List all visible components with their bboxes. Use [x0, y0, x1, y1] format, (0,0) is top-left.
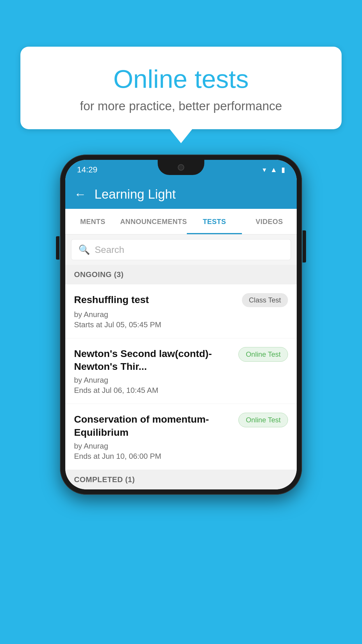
- test-item-header: Newton's Second law(contd)-Newton's Thir…: [74, 347, 288, 373]
- signal-icon: ▲: [270, 166, 277, 174]
- test-time: Ends at Jul 06, 10:45 AM: [74, 386, 288, 395]
- test-time-label: Ends at: [74, 386, 100, 395]
- completed-section-header: COMPLETED (1): [65, 470, 297, 489]
- app-bar: ← Learning Light: [65, 180, 297, 209]
- test-time: Starts at Jul 05, 05:45 PM: [74, 320, 288, 329]
- search-bar[interactable]: 🔍 Search: [71, 239, 291, 260]
- status-icons: ▾ ▲ ▮: [263, 166, 285, 174]
- phone-outer: 14:29 ▾ ▲ ▮ ← Learning Light MENTS ANNOU…: [60, 155, 302, 495]
- status-time: 14:29: [77, 165, 97, 174]
- test-badge: Online Test: [238, 413, 288, 427]
- tab-videos[interactable]: VIDEOS: [242, 209, 297, 234]
- test-item[interactable]: Newton's Second law(contd)-Newton's Thir…: [65, 338, 297, 404]
- test-time-value: Jul 05, 05:45 PM: [104, 320, 161, 329]
- test-time-label: Ends at: [74, 452, 100, 461]
- tab-ments-label: MENTS: [80, 218, 106, 226]
- test-time-label: Starts at: [74, 320, 102, 329]
- test-item-header: Conservation of momentum-Equilibrium Onl…: [74, 413, 288, 438]
- camera: [178, 164, 184, 171]
- tab-videos-label: VIDEOS: [256, 218, 283, 226]
- speech-bubble-subtitle: for more practice, better performance: [35, 99, 327, 113]
- test-badge: Class Test: [242, 293, 288, 307]
- test-item[interactable]: Conservation of momentum-Equilibrium Onl…: [65, 404, 297, 470]
- test-time: Ends at Jun 10, 06:00 PM: [74, 452, 288, 461]
- test-item[interactable]: Reshuffling test Class Test by Anurag St…: [65, 284, 297, 338]
- status-bar: 14:29 ▾ ▲ ▮: [65, 160, 297, 180]
- wifi-icon: ▾: [263, 166, 266, 174]
- test-time-value: Jun 10, 06:00 PM: [102, 452, 161, 461]
- test-by: by Anurag: [74, 310, 288, 319]
- test-name: Newton's Second law(contd)-Newton's Thir…: [74, 347, 234, 373]
- test-name: Conservation of momentum-Equilibrium: [74, 413, 234, 438]
- battery-icon: ▮: [281, 166, 285, 174]
- test-name: Reshuffling test: [74, 293, 237, 306]
- search-placeholder: Search: [95, 244, 124, 255]
- app-bar-title: Learning Light: [94, 187, 176, 202]
- notch: [158, 160, 204, 175]
- test-by: by Anurag: [74, 442, 288, 451]
- tab-ments[interactable]: MENTS: [65, 209, 120, 234]
- search-icon: 🔍: [78, 244, 90, 255]
- tab-tests[interactable]: TESTS: [187, 209, 242, 234]
- speech-bubble-title: Online tests: [35, 64, 327, 94]
- phone-screen: 14:29 ▾ ▲ ▮ ← Learning Light MENTS ANNOU…: [65, 160, 297, 489]
- test-time-value: Jul 06, 10:45 AM: [102, 386, 158, 395]
- phone-mockup: 14:29 ▾ ▲ ▮ ← Learning Light MENTS ANNOU…: [60, 155, 302, 495]
- tab-tests-label: TESTS: [203, 218, 226, 226]
- back-button[interactable]: ←: [74, 187, 86, 201]
- search-container: 🔍 Search: [65, 235, 297, 265]
- speech-bubble-card: Online tests for more practice, better p…: [20, 47, 342, 129]
- test-badge: Online Test: [238, 347, 288, 362]
- test-by: by Anurag: [74, 376, 288, 385]
- test-item-header: Reshuffling test Class Test: [74, 293, 288, 307]
- tabs-bar: MENTS ANNOUNCEMENTS TESTS VIDEOS: [65, 209, 297, 235]
- tab-announcements[interactable]: ANNOUNCEMENTS: [120, 209, 187, 234]
- tab-announcements-label: ANNOUNCEMENTS: [120, 218, 187, 226]
- ongoing-section-header: ONGOING (3): [65, 265, 297, 284]
